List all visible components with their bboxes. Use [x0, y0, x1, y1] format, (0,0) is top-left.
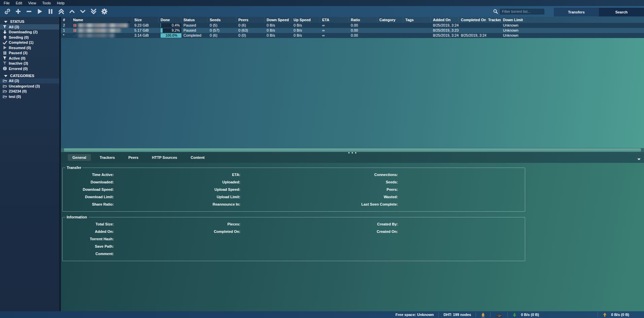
- value-torrent-hash: [114, 235, 176, 243]
- move-down-icon[interactable]: [79, 8, 86, 15]
- column-header-priority[interactable]: #: [61, 17, 71, 23]
- menu-item-edit[interactable]: Edit: [13, 0, 25, 6]
- link-icon[interactable]: [4, 8, 11, 15]
- column-header-category[interactable]: Category: [377, 17, 403, 23]
- filter-torrent-input[interactable]: [500, 9, 544, 14]
- column-header-tags[interactable]: Tags: [403, 17, 431, 23]
- sidebar-item-resumed[interactable]: Resumed (0): [0, 45, 59, 50]
- add-torrent-icon[interactable]: [15, 8, 22, 15]
- categories-section-header[interactable]: CATEGORIES: [0, 73, 59, 78]
- column-header-tracker[interactable]: Tracker: [486, 17, 501, 23]
- cell-tags: [403, 23, 431, 28]
- sidebar-category-234234[interactable]: 234234 (0): [0, 89, 59, 94]
- label-total-size: Total Size:: [63, 220, 114, 228]
- move-top-icon[interactable]: [58, 8, 65, 15]
- column-header-down-limit[interactable]: Down Limit: [501, 17, 525, 23]
- cell-category: [377, 33, 403, 38]
- status-section-header[interactable]: STATUS: [0, 19, 59, 24]
- menu-item-file[interactable]: File: [1, 0, 13, 6]
- sidebar-item-paused[interactable]: Paused (3): [0, 50, 59, 56]
- filter-icon: [2, 25, 7, 29]
- global-download-speed[interactable]: 0 B/s (0 B): [508, 311, 544, 318]
- menu-item-tools[interactable]: Tools: [39, 0, 54, 6]
- alt-speed-limits-icon[interactable]: [490, 311, 507, 318]
- sidebar-item-errored[interactable]: Errored (0): [0, 66, 59, 71]
- torrent-list-pane: # Name Size Done Status Seeds Peers Down…: [61, 17, 644, 311]
- sidebar-item-status-all[interactable]: All (3): [0, 24, 59, 30]
- menu-item-view[interactable]: View: [25, 0, 39, 6]
- column-header-up-speed[interactable]: Up Speed: [292, 17, 320, 23]
- label-empty: [176, 250, 240, 257]
- tab-peers[interactable]: Peers: [124, 154, 143, 161]
- information-fieldset: Information Total Size: Pieces: Created …: [62, 215, 525, 261]
- collapse-panel-icon[interactable]: [637, 155, 641, 162]
- value-empty: [240, 243, 332, 250]
- cell-done: 9.2%: [159, 28, 181, 33]
- label-last-seen-complete: Last Seen Complete:: [332, 201, 398, 208]
- pause-icon[interactable]: [47, 8, 54, 15]
- sidebar-item-completed[interactable]: Completed (1): [0, 40, 59, 45]
- resume-icon[interactable]: [36, 8, 43, 15]
- upload-arrow-icon: [603, 313, 609, 317]
- sidebar-category-all[interactable]: All (3): [0, 78, 59, 84]
- panel-splitter-handle[interactable]: ● ● ●: [348, 152, 357, 154]
- cell-name: [71, 28, 132, 33]
- sidebar-item-label: All (3): [9, 79, 19, 83]
- cell-tracker: [486, 23, 501, 28]
- sidebar-item-label: Paused (3): [9, 51, 28, 55]
- column-header-completed-on[interactable]: Completed On: [459, 17, 486, 23]
- column-header-down-speed[interactable]: Down Speed: [265, 17, 292, 23]
- tab-transfers[interactable]: Transfers: [554, 8, 599, 16]
- tab-search[interactable]: Search: [599, 8, 644, 16]
- tab-content[interactable]: Content: [186, 154, 209, 161]
- column-header-size[interactable]: Size: [132, 17, 159, 23]
- column-header-seeds[interactable]: Seeds: [208, 17, 236, 23]
- value-empty: [240, 250, 332, 257]
- torrent-row[interactable]: 1 5.17 GiB 9.2% Paused 0 (57) 0 (63) 0 B…: [61, 28, 644, 33]
- sidebar-item-label: Resumed (0): [9, 46, 31, 50]
- move-up-icon[interactable]: [69, 8, 75, 15]
- sidebar-item-downloading[interactable]: Downloading (2): [0, 30, 59, 35]
- cell-eta: ∞: [320, 23, 349, 28]
- label-reannounce-in: Reannounce In:: [176, 201, 240, 208]
- column-header-peers[interactable]: Peers: [236, 17, 265, 23]
- sidebar-category-uncategorized[interactable]: Uncategorized (3): [0, 83, 59, 89]
- move-bottom-icon[interactable]: [90, 8, 97, 15]
- cell-done: 100.0%: [159, 33, 181, 38]
- sidebar-category-test[interactable]: test (0): [0, 94, 59, 99]
- sidebar-item-seeding[interactable]: Seeding (0): [0, 35, 59, 40]
- search-icon: [493, 9, 498, 14]
- torrent-row[interactable]: 2 9.23 GiB 0.4% Paused 0 (5) 0 (6) 0 B/s…: [61, 23, 644, 28]
- value-total-size: [114, 220, 176, 228]
- connection-status-icon[interactable]: [476, 311, 490, 318]
- column-header-name[interactable]: Name: [71, 17, 132, 23]
- paused-icon: [2, 51, 7, 55]
- torrent-name-redacted: [78, 33, 114, 38]
- sidebar-item-label: All (3): [9, 25, 19, 29]
- delete-icon[interactable]: [26, 8, 32, 15]
- torrent-row[interactable]: * 3.14 GiB 100.0% Completed 0 (6) 0 (0) …: [61, 33, 644, 38]
- tab-general[interactable]: General: [68, 154, 91, 161]
- label-created-by: Created By:: [332, 220, 398, 228]
- value-uploaded: [240, 178, 332, 186]
- value-wasted: [398, 193, 525, 201]
- menu-item-help[interactable]: Help: [54, 0, 68, 6]
- column-header-status[interactable]: Status: [181, 17, 208, 23]
- settings-icon[interactable]: [101, 8, 108, 15]
- cell-size: 3.14 GiB: [132, 33, 159, 38]
- column-header-eta[interactable]: ETA: [320, 17, 349, 23]
- progress-bar: 100.0%: [161, 33, 181, 38]
- sidebar-item-inactive[interactable]: Inactive (3): [0, 61, 59, 66]
- sidebar-item-active[interactable]: Active (0): [0, 56, 59, 61]
- cell-priority: 1: [61, 28, 71, 33]
- tab-trackers[interactable]: Trackers: [95, 154, 120, 161]
- detail-tab-bar: ● ● ● General Trackers Peers HTTP Source…: [61, 152, 644, 163]
- column-header-done[interactable]: Done: [159, 17, 181, 23]
- column-header-added-on[interactable]: Added On: [431, 17, 459, 23]
- sidebar-item-label: test (0): [9, 95, 21, 99]
- sidebar-item-label: Inactive (3): [9, 61, 28, 65]
- cell-up-speed: 0 B/s: [292, 33, 320, 38]
- tab-http-sources[interactable]: HTTP Sources: [147, 154, 182, 161]
- global-upload-speed[interactable]: 0 B/s (0 B): [598, 311, 634, 318]
- column-header-ratio[interactable]: Ratio: [349, 17, 377, 23]
